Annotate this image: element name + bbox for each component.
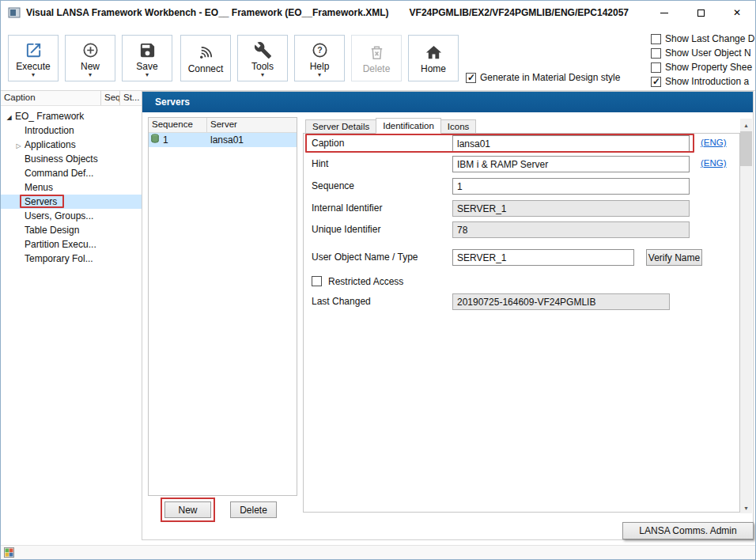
chevron-down-icon <box>318 72 321 78</box>
verify-name-button[interactable]: Verify Name <box>646 249 702 266</box>
help-icon: ? <box>311 40 329 61</box>
form-scrollbar[interactable] <box>740 119 752 513</box>
tree-item-menus[interactable]: Menus <box>1 180 142 195</box>
connect-button[interactable]: Connect <box>180 35 231 81</box>
tree-item-label: Partition Execu... <box>25 239 96 250</box>
tree-item-applications[interactable]: Applications <box>1 138 142 152</box>
tools-button[interactable]: Tools <box>237 35 288 81</box>
chevron-down-icon <box>261 72 264 78</box>
expand-icon[interactable] <box>14 138 23 153</box>
connect-icon <box>197 42 215 63</box>
checkbox-icon[interactable] <box>651 62 661 73</box>
tab-server-details[interactable]: Server Details <box>305 119 376 134</box>
new-button[interactable]: New <box>65 35 115 81</box>
tree-item-label: Temporary Fol... <box>25 253 93 264</box>
save-button[interactable]: Save <box>122 35 172 81</box>
caption-input[interactable] <box>452 135 690 152</box>
checkbox-checked-icon[interactable] <box>466 73 476 83</box>
navigation-tree-panel: Caption Seq St... EO_ Framework Introduc… <box>1 91 142 540</box>
tree-item-label: Introduction <box>25 125 74 136</box>
caption-language-link[interactable]: (ENG) <box>701 138 727 147</box>
restricted-access-checkbox[interactable] <box>312 276 322 286</box>
internal-identifier-label: Internal Identifier <box>312 200 382 217</box>
window-controls <box>646 1 755 25</box>
server-icon <box>150 133 160 147</box>
close-icon <box>733 7 741 18</box>
tree-column-headers[interactable]: Caption Seq St... <box>1 91 142 106</box>
new-server-button[interactable]: New <box>164 501 211 518</box>
caption-label: Caption <box>312 135 344 152</box>
sequence-input[interactable] <box>452 178 690 195</box>
tree-item-label: Servers <box>25 196 57 207</box>
status-bar <box>1 545 755 559</box>
tools-icon <box>254 40 272 61</box>
tree-item-servers[interactable]: Servers <box>1 195 142 209</box>
tree-item-label: Menus <box>25 182 53 193</box>
close-button[interactable] <box>719 1 755 25</box>
help-button[interactable]: ? Help <box>294 35 345 81</box>
material-design-checkbox[interactable]: Generate in Material Design style <box>466 72 620 83</box>
lansa-comms-admin-button[interactable]: LANSA Comms. Admin <box>622 522 754 539</box>
restricted-access-label: Restricted Access <box>328 274 403 290</box>
new-icon <box>81 40 100 61</box>
show-introduction-checkbox[interactable]: Show Introduction a <box>651 76 749 87</box>
collapse-icon[interactable] <box>5 109 13 125</box>
app-icon <box>8 6 21 19</box>
caption-row: Caption (ENG) <box>304 135 739 152</box>
servers-list-headers[interactable]: Sequence Server <box>149 118 297 133</box>
restricted-access-row: Restricted Access <box>304 274 739 290</box>
checkbox-icon[interactable] <box>651 34 661 44</box>
connect-label: Connect <box>188 63 224 74</box>
tree-header-seq[interactable]: Seq <box>101 91 120 105</box>
checkbox-icon[interactable] <box>651 48 661 59</box>
tree-item-table-design[interactable]: Table Design <box>1 223 142 237</box>
tab-identification[interactable]: Identification <box>376 118 441 134</box>
hint-language-link[interactable]: (ENG) <box>701 158 727 168</box>
delete-server-button[interactable]: Delete <box>230 501 277 518</box>
minimize-icon <box>660 13 668 13</box>
show-property-sheet-checkbox[interactable]: Show Property Shee <box>651 62 752 73</box>
titlebar: Visual LANSA Framework Workbench - EO__ … <box>1 1 755 25</box>
tree-header-caption[interactable]: Caption <box>1 91 101 105</box>
column-header-server[interactable]: Server <box>207 118 297 132</box>
column-header-sequence[interactable]: Sequence <box>149 118 207 132</box>
chevron-down-icon <box>32 72 35 78</box>
tree-item-business-objects[interactable]: Business Objects <box>1 152 142 166</box>
internal-identifier-field <box>452 200 690 217</box>
chevron-down-icon <box>89 72 92 78</box>
servers-list-panel: Sequence Server 1 lansa01 <box>148 117 297 496</box>
delete-label: Delete <box>363 63 391 74</box>
tools-label: Tools <box>251 61 274 72</box>
show-property-sheet-label: Show Property Shee <box>665 62 752 73</box>
execute-button[interactable]: Execute <box>8 35 59 81</box>
tree-item-command-def[interactable]: Command Def... <box>1 166 142 180</box>
show-user-object-checkbox[interactable]: Show User Object N <box>651 47 751 59</box>
tree-item-introduction[interactable]: Introduction <box>1 123 142 138</box>
tab-icons[interactable]: Icons <box>440 119 477 134</box>
minimize-button[interactable] <box>646 1 682 25</box>
scrollbar-thumb[interactable] <box>740 131 752 166</box>
home-button[interactable]: Home <box>408 35 459 81</box>
user-object-row: User Object Name / Type Verify Name <box>304 249 739 266</box>
scroll-down-icon[interactable] <box>740 501 752 513</box>
show-last-change-checkbox[interactable]: Show Last Change D <box>651 33 754 44</box>
main-region: Servers Sequence Server 1 lansa01 New De… <box>142 91 754 540</box>
maximize-button[interactable] <box>682 1 719 25</box>
checkbox-checked-icon[interactable] <box>651 77 661 87</box>
user-object-label: User Object Name / Type <box>312 249 418 266</box>
tree-header-status[interactable]: St... <box>120 91 142 105</box>
show-last-change-label: Show Last Change D <box>665 33 754 44</box>
save-icon <box>138 40 157 61</box>
hint-input[interactable] <box>452 156 690 172</box>
tree-item-temporary-folder[interactable]: Temporary Fol... <box>1 252 142 266</box>
tree-item-partition-execution[interactable]: Partition Execu... <box>1 237 142 252</box>
toolbar: Execute New Save Connect Tools ? Help <box>1 25 755 91</box>
scroll-up-icon[interactable] <box>740 119 752 131</box>
tree-item-eo-framework[interactable]: EO_ Framework <box>1 109 142 123</box>
tree-item-users-groups[interactable]: Users, Groups... <box>1 209 142 223</box>
window-session: VF24PGMLIB/EX2/VF24PGMLIB/ENG/EPC142057 <box>410 7 629 18</box>
tree-items: EO_ Framework Introduction Applications … <box>1 106 142 266</box>
unique-identifier-field <box>452 221 690 238</box>
server-row-lansa01[interactable]: 1 lansa01 <box>149 133 297 147</box>
user-object-input[interactable] <box>452 249 634 266</box>
